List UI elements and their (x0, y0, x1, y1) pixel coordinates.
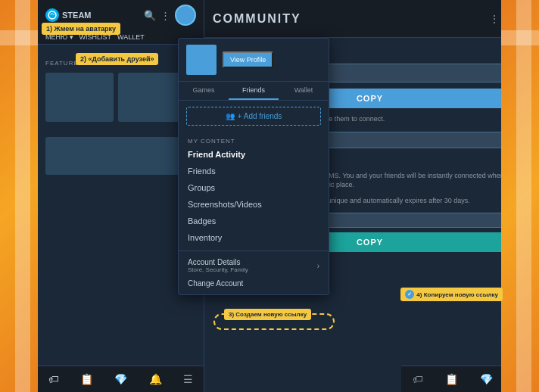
community-title: COMMUNITY (213, 12, 301, 26)
popup-header: View Profile (179, 39, 329, 82)
account-details-item[interactable]: Account Details Store, Security, Family … (179, 255, 329, 276)
nav-wallet[interactable]: WALLET (117, 33, 145, 41)
community-header: COMMUNITY ⋮ (201, 0, 539, 38)
menu-friend-activity[interactable]: Friend Activity (179, 146, 329, 163)
bottom-menu-icon[interactable]: ☰ (183, 373, 193, 385)
comm-bottom-community-icon[interactable]: 💎 (480, 373, 493, 385)
tab-games[interactable]: Games (179, 82, 229, 100)
account-details-sub: Store, Security, Family (188, 266, 248, 273)
steam-icon (45, 8, 59, 22)
tab-wallet[interactable]: Wallet (279, 82, 329, 100)
popup-account-section: Account Details Store, Security, Family … (179, 250, 329, 294)
popup-panel: View Profile Games Friends Wallet 👥 + Ad… (178, 38, 329, 295)
steam-label: STEAM (62, 11, 92, 20)
svg-point-0 (48, 11, 56, 19)
annotation-generate-link: 3) Создаем новую ссылку (224, 309, 311, 320)
annotation-avatar-click: 1) Жмем на аватарку (42, 23, 120, 35)
add-friends-icon: 👥 (226, 112, 235, 120)
view-profile-button[interactable]: View Profile (223, 51, 273, 68)
menu-badges[interactable]: Badges (179, 213, 329, 229)
my-content-label: MY CONTENT (179, 136, 329, 146)
user-avatar[interactable] (175, 5, 196, 26)
menu-friends[interactable]: Friends (179, 163, 329, 179)
featured-card-2 (118, 73, 186, 122)
check-icon: ✓ (405, 290, 414, 299)
comm-bottom-library-icon[interactable]: 📋 (445, 373, 458, 385)
featured-card-wide (45, 137, 196, 175)
popup-avatar (186, 45, 217, 75)
add-friends-label: + Add friends (238, 112, 282, 120)
menu-screenshots[interactable]: Screenshots/Videos (179, 196, 329, 213)
gift-right-decoration (501, 0, 539, 392)
menu-inventory[interactable]: Inventory (179, 229, 329, 246)
featured-card-1 (45, 73, 114, 122)
tab-friends[interactable]: Friends (229, 82, 279, 100)
bottom-community-icon[interactable]: 💎 (114, 373, 127, 385)
menu-groups[interactable]: Groups (179, 179, 329, 196)
chevron-right-icon: › (317, 262, 319, 270)
annotation-add-friends: 2) «Добавить друзей» (76, 53, 158, 65)
steam-header-icons: 🔍 ⋮ (144, 5, 196, 26)
bottom-notifications-icon[interactable]: 🔔 (149, 373, 162, 385)
change-account-label: Change Account (188, 279, 243, 288)
change-account-item[interactable]: Change Account (179, 276, 329, 291)
my-content-section: MY CONTENT Friend Activity Friends Group… (179, 132, 329, 250)
annotation-copy-text: 4) Копируем новую ссылку (416, 291, 498, 298)
community-menu-icon[interactable]: ⋮ (489, 13, 500, 25)
add-friends-button[interactable]: 👥 + Add friends (186, 107, 321, 126)
comm-bottom-store-icon[interactable]: 🏷 (413, 373, 423, 385)
popup-tabs: Games Friends Wallet (179, 82, 329, 101)
bottom-store-icon[interactable]: 🏷 (48, 373, 59, 385)
steam-logo: STEAM (45, 8, 92, 22)
featured-cards (45, 73, 196, 122)
search-icon[interactable]: 🔍 (144, 10, 156, 21)
account-details-label: Account Details (188, 258, 248, 266)
bottom-library-icon[interactable]: 📋 (80, 373, 93, 385)
annotation-copy-link: ✓ 4) Копируем новую ссылку (400, 288, 503, 301)
steam-bottom-nav: 🏷 📋 💎 🔔 ☰ (38, 366, 204, 392)
menu-dots-icon[interactable]: ⋮ (160, 10, 170, 21)
